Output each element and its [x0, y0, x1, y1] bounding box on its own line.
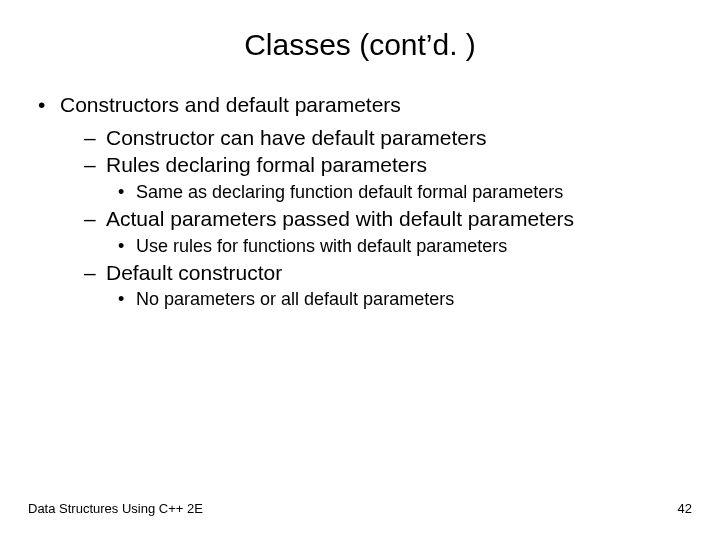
- bullet-text: Constructors and default parameters: [60, 93, 401, 116]
- page-number: 42: [678, 499, 692, 519]
- slide: Classes (cont’d. ) Constructors and defa…: [0, 0, 720, 540]
- slide-body: Constructors and default parameters Cons…: [0, 62, 720, 311]
- bullet-text: Actual parameters passed with default pa…: [106, 207, 574, 230]
- bullet-l2: Default constructor No parameters or all…: [84, 260, 690, 312]
- bullet-l2: Rules declaring formal parameters Same a…: [84, 152, 690, 204]
- bullet-l3: No parameters or all default parameters: [118, 288, 690, 311]
- bullet-l2: Actual parameters passed with default pa…: [84, 206, 690, 258]
- bullet-text: No parameters or all default parameters: [136, 289, 454, 309]
- bullet-list-level3: Same as declaring function default forma…: [84, 181, 690, 204]
- bullet-l2: Constructor can have default parameters: [84, 125, 690, 152]
- bullet-list-level2: Constructor can have default parameters …: [40, 125, 690, 312]
- bullet-text: Default constructor: [106, 261, 282, 284]
- bullet-l3: Same as declaring function default forma…: [118, 181, 690, 204]
- bullet-text: Rules declaring formal parameters: [106, 153, 427, 176]
- bullet-text: Use rules for functions with default par…: [136, 236, 507, 256]
- bullet-text: Same as declaring function default forma…: [136, 182, 563, 202]
- bullet-l3: Use rules for functions with default par…: [118, 235, 690, 258]
- bullet-list-level3: Use rules for functions with default par…: [84, 235, 690, 258]
- footer-source: Data Structures Using C++ 2E: [28, 499, 203, 519]
- slide-title: Classes (cont’d. ): [0, 0, 720, 62]
- bullet-l1: Constructors and default parameters Cons…: [40, 92, 690, 311]
- bullet-list-level1: Constructors and default parameters Cons…: [30, 92, 690, 311]
- slide-footer: Data Structures Using C++ 2E 42: [0, 499, 720, 519]
- bullet-text: Constructor can have default parameters: [106, 126, 487, 149]
- bullet-list-level3: No parameters or all default parameters: [84, 288, 690, 311]
